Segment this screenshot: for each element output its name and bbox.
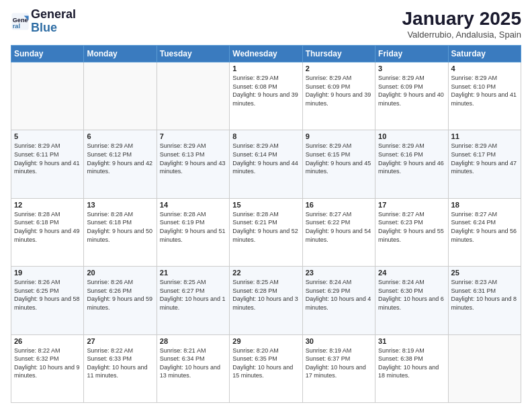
calendar-cell: 13Sunrise: 8:28 AM Sunset: 6:18 PM Dayli… [84,198,157,266]
day-number: 27 [87,337,153,345]
calendar-cell: 1Sunrise: 8:29 AM Sunset: 6:08 PM Daylig… [230,62,302,130]
calendar-cell: 30Sunrise: 8:19 AM Sunset: 6:37 PM Dayli… [302,334,375,402]
day-info: Sunrise: 8:29 AM Sunset: 6:16 PM Dayligh… [378,142,445,175]
day-number: 15 [232,201,299,209]
day-number: 9 [306,132,372,140]
col-monday: Monday [84,46,157,62]
logo-text: General Blue [31,8,76,35]
day-number: 18 [451,201,518,209]
calendar-cell: 23Sunrise: 8:24 AM Sunset: 6:29 PM Dayli… [302,267,375,334]
day-number: 7 [160,132,226,140]
day-number: 28 [160,337,226,345]
calendar-cell [84,62,157,130]
calendar-cell: 2Sunrise: 8:29 AM Sunset: 6:09 PM Daylig… [302,62,375,130]
day-info: Sunrise: 8:29 AM Sunset: 6:08 PM Dayligh… [232,74,299,107]
week-row-2: 5Sunrise: 8:29 AM Sunset: 6:11 PM Daylig… [11,130,521,198]
calendar-cell: 16Sunrise: 8:27 AM Sunset: 6:22 PM Dayli… [302,198,375,266]
day-info: Sunrise: 8:23 AM Sunset: 6:31 PM Dayligh… [451,278,518,312]
day-number: 22 [232,269,299,277]
calendar-cell: 11Sunrise: 8:29 AM Sunset: 6:17 PM Dayli… [448,130,521,198]
day-number: 17 [378,201,445,209]
header: Gene ral General Blue January 2025 Valde… [11,8,521,40]
calendar-cell: 28Sunrise: 8:21 AM Sunset: 6:34 PM Dayli… [157,334,229,402]
logo: Gene ral General Blue [11,8,76,35]
day-number: 2 [306,64,372,73]
location-subtitle: Valderrubio, Andalusia, Spain [402,30,521,40]
day-number: 21 [160,269,226,277]
day-info: Sunrise: 8:29 AM Sunset: 6:15 PM Dayligh… [306,142,372,175]
day-number: 16 [306,201,372,209]
day-number: 25 [451,269,518,277]
calendar-cell: 17Sunrise: 8:27 AM Sunset: 6:23 PM Dayli… [375,198,448,266]
day-number: 8 [232,132,299,140]
col-saturday: Saturday [448,46,521,62]
calendar-cell: 21Sunrise: 8:25 AM Sunset: 6:27 PM Dayli… [157,267,229,334]
day-number: 1 [232,64,299,73]
day-info: Sunrise: 8:21 AM Sunset: 6:34 PM Dayligh… [160,347,226,380]
day-number: 24 [378,269,445,277]
day-number: 13 [87,201,153,209]
calendar-cell: 8Sunrise: 8:29 AM Sunset: 6:14 PM Daylig… [230,130,302,198]
day-info: Sunrise: 8:24 AM Sunset: 6:30 PM Dayligh… [378,278,445,312]
page: Gene ral General Blue January 2025 Valde… [0,0,532,411]
calendar-cell: 19Sunrise: 8:26 AM Sunset: 6:25 PM Dayli… [11,267,84,334]
day-number: 14 [160,201,226,209]
day-number: 3 [378,64,445,73]
day-info: Sunrise: 8:26 AM Sunset: 6:26 PM Dayligh… [87,278,153,312]
calendar-cell: 24Sunrise: 8:24 AM Sunset: 6:30 PM Dayli… [375,267,448,334]
logo-line1: General [31,7,76,21]
day-info: Sunrise: 8:29 AM Sunset: 6:09 PM Dayligh… [306,74,372,107]
col-sunday: Sunday [11,46,84,62]
calendar-cell: 6Sunrise: 8:29 AM Sunset: 6:12 PM Daylig… [84,130,157,198]
day-info: Sunrise: 8:28 AM Sunset: 6:21 PM Dayligh… [232,210,299,244]
svg-text:ral: ral [13,23,20,30]
day-info: Sunrise: 8:28 AM Sunset: 6:19 PM Dayligh… [160,210,226,244]
day-info: Sunrise: 8:27 AM Sunset: 6:24 PM Dayligh… [451,210,518,244]
day-info: Sunrise: 8:29 AM Sunset: 6:09 PM Dayligh… [378,74,445,107]
calendar-cell [11,62,84,130]
calendar-cell: 5Sunrise: 8:29 AM Sunset: 6:11 PM Daylig… [11,130,84,198]
calendar-cell [157,62,229,130]
day-number: 11 [451,132,518,140]
calendar-cell: 10Sunrise: 8:29 AM Sunset: 6:16 PM Dayli… [375,130,448,198]
calendar-table: Sunday Monday Tuesday Wednesday Thursday… [11,45,521,403]
calendar-cell: 9Sunrise: 8:29 AM Sunset: 6:15 PM Daylig… [302,130,375,198]
day-info: Sunrise: 8:25 AM Sunset: 6:28 PM Dayligh… [232,278,299,312]
day-number: 29 [232,337,299,345]
day-number: 10 [378,132,445,140]
day-info: Sunrise: 8:28 AM Sunset: 6:18 PM Dayligh… [87,210,153,244]
calendar-cell: 31Sunrise: 8:19 AM Sunset: 6:38 PM Dayli… [375,334,448,402]
week-row-1: 1Sunrise: 8:29 AM Sunset: 6:08 PM Daylig… [11,62,521,130]
day-info: Sunrise: 8:22 AM Sunset: 6:33 PM Dayligh… [87,347,153,380]
day-info: Sunrise: 8:24 AM Sunset: 6:29 PM Dayligh… [306,278,372,312]
month-title: January 2025 [402,8,521,30]
calendar-cell: 18Sunrise: 8:27 AM Sunset: 6:24 PM Dayli… [448,198,521,266]
calendar-cell: 25Sunrise: 8:23 AM Sunset: 6:31 PM Dayli… [448,267,521,334]
day-number: 5 [14,132,81,140]
day-info: Sunrise: 8:27 AM Sunset: 6:23 PM Dayligh… [378,210,445,244]
day-info: Sunrise: 8:19 AM Sunset: 6:37 PM Dayligh… [306,347,372,380]
week-row-4: 19Sunrise: 8:26 AM Sunset: 6:25 PM Dayli… [11,267,521,334]
day-number: 23 [306,269,372,277]
calendar-header-row: Sunday Monday Tuesday Wednesday Thursday… [11,46,521,62]
day-info: Sunrise: 8:29 AM Sunset: 6:12 PM Dayligh… [87,142,153,175]
day-number: 31 [378,337,445,345]
day-info: Sunrise: 8:29 AM Sunset: 6:13 PM Dayligh… [160,142,226,175]
day-info: Sunrise: 8:27 AM Sunset: 6:22 PM Dayligh… [306,210,372,244]
day-info: Sunrise: 8:28 AM Sunset: 6:18 PM Dayligh… [14,210,81,244]
col-tuesday: Tuesday [157,46,229,62]
calendar-cell: 26Sunrise: 8:22 AM Sunset: 6:32 PM Dayli… [11,334,84,402]
calendar-cell: 29Sunrise: 8:20 AM Sunset: 6:35 PM Dayli… [230,334,302,402]
day-number: 19 [14,269,81,277]
day-info: Sunrise: 8:19 AM Sunset: 6:38 PM Dayligh… [378,347,445,380]
col-friday: Friday [375,46,448,62]
day-info: Sunrise: 8:25 AM Sunset: 6:27 PM Dayligh… [160,278,226,312]
title-block: January 2025 Valderrubio, Andalusia, Spa… [402,8,521,40]
day-info: Sunrise: 8:29 AM Sunset: 6:11 PM Dayligh… [14,142,81,175]
day-info: Sunrise: 8:29 AM Sunset: 6:17 PM Dayligh… [451,142,518,175]
week-row-5: 26Sunrise: 8:22 AM Sunset: 6:32 PM Dayli… [11,334,521,402]
calendar-cell: 15Sunrise: 8:28 AM Sunset: 6:21 PM Dayli… [230,198,302,266]
day-number: 4 [451,64,518,73]
calendar-cell: 7Sunrise: 8:29 AM Sunset: 6:13 PM Daylig… [157,130,229,198]
calendar-cell: 3Sunrise: 8:29 AM Sunset: 6:09 PM Daylig… [375,62,448,130]
